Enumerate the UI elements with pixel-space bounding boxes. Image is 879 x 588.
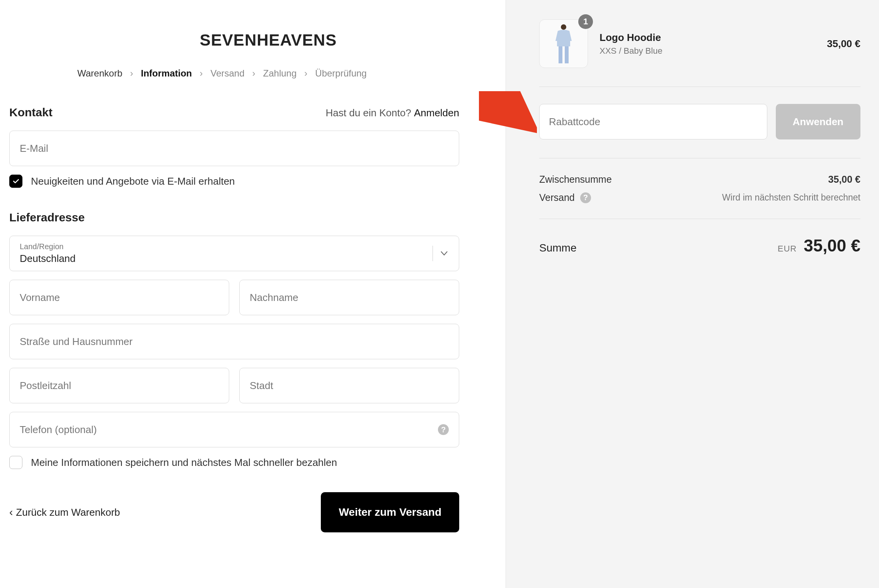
back-to-cart-link[interactable]: ‹ Zurück zum Warenkorb: [9, 506, 120, 518]
first-name-field-wrapper[interactable]: [9, 280, 229, 315]
city-field-wrapper[interactable]: [239, 368, 459, 403]
country-label: Land/Region: [20, 242, 63, 251]
back-to-cart-label: Zurück zum Warenkorb: [16, 506, 120, 518]
newsletter-checkbox[interactable]: [9, 175, 22, 188]
street-field[interactable]: [20, 336, 449, 348]
product-thumbnail: 1: [539, 19, 588, 68]
total-label: Summe: [539, 242, 576, 254]
chevron-right-icon: ›: [130, 68, 133, 79]
product-name: Logo Hoodie: [600, 32, 815, 44]
product-variant: XXS / Baby Blue: [600, 46, 815, 56]
last-name-field-wrapper[interactable]: [239, 280, 459, 315]
continue-to-shipping-button[interactable]: Weiter zum Versand: [321, 492, 459, 532]
country-value: Deutschland: [20, 253, 76, 265]
breadcrumb: Warenkorb › Information › Versand › Zahl…: [77, 68, 459, 79]
country-select[interactable]: Land/Region Deutschland: [9, 236, 459, 271]
zip-field[interactable]: [20, 380, 219, 392]
total-currency: EUR: [778, 244, 797, 254]
subtotal-label: Zwischensumme: [539, 174, 612, 185]
first-name-field[interactable]: [20, 292, 219, 304]
apply-discount-button[interactable]: Anwenden: [776, 104, 860, 139]
cart-item: 1 Logo Hoodie XXS / Baby Blue 35,00 €: [539, 19, 860, 87]
login-prompt-text: Hast du ein Konto?: [326, 107, 411, 119]
chevron-right-icon: ›: [304, 68, 307, 79]
phone-field[interactable]: [20, 424, 449, 436]
check-icon: [12, 177, 20, 185]
breadcrumb-shipping: Versand: [210, 68, 244, 79]
chevron-right-icon: ›: [199, 68, 203, 79]
quantity-badge: 1: [578, 14, 593, 29]
login-prompt: Hast du ein Konto? Anmelden: [326, 107, 459, 119]
discount-code-wrapper[interactable]: [539, 104, 767, 139]
shipping-label: Versand: [539, 192, 575, 203]
city-field[interactable]: [250, 380, 449, 392]
email-field-wrapper[interactable]: [9, 131, 459, 166]
chevron-down-icon: [433, 246, 448, 261]
email-field[interactable]: [20, 143, 449, 155]
svg-point-0: [561, 24, 566, 30]
discount-code-field[interactable]: [549, 116, 758, 128]
help-icon[interactable]: ?: [580, 192, 591, 203]
save-info-checkbox[interactable]: [9, 456, 22, 469]
shipping-address-title: Lieferadresse: [9, 211, 85, 224]
newsletter-label: Neuigkeiten und Angebote via E-Mail erha…: [31, 175, 235, 187]
zip-field-wrapper[interactable]: [9, 368, 229, 403]
breadcrumb-review: Überprüfung: [315, 68, 366, 79]
brand-logo: SEVENHEAVENS: [77, 31, 459, 49]
last-name-field[interactable]: [250, 292, 449, 304]
subtotal-value: 35,00 €: [828, 174, 860, 185]
login-link[interactable]: Anmelden: [414, 107, 459, 119]
breadcrumb-payment: Zahlung: [263, 68, 297, 79]
chevron-left-icon: ‹: [9, 506, 13, 518]
chevron-right-icon: ›: [252, 68, 256, 79]
breadcrumb-information[interactable]: Information: [141, 68, 192, 79]
product-price: 35,00 €: [827, 38, 860, 50]
street-field-wrapper[interactable]: [9, 324, 459, 359]
breadcrumb-cart[interactable]: Warenkorb: [77, 68, 122, 79]
shipping-note: Wird im nächsten Schritt berechnet: [722, 192, 860, 203]
contact-title: Kontakt: [9, 106, 53, 119]
save-info-label: Meine Informationen speichern und nächst…: [31, 457, 337, 469]
help-icon[interactable]: ?: [438, 424, 449, 435]
phone-field-wrapper[interactable]: ?: [9, 412, 459, 447]
total-value: 35,00 €: [804, 236, 860, 255]
